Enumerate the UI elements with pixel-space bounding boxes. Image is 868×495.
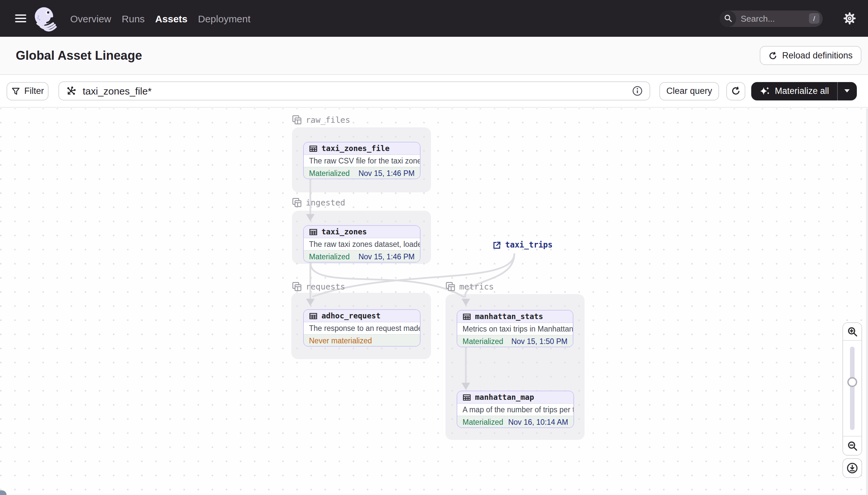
filter-button[interactable]: Filter	[6, 82, 49, 100]
refresh-button[interactable]	[727, 82, 746, 100]
external-asset-link-taxi_trips[interactable]: taxi_trips	[493, 240, 553, 250]
asset-status: Materialized	[309, 252, 350, 260]
asset-status: Materialized	[463, 418, 503, 426]
zoom-slider[interactable]	[843, 341, 862, 436]
asset-status-row: Materialized Nov 15, 1:46 PM	[304, 250, 420, 262]
table-icon	[309, 144, 318, 153]
table-icon	[463, 312, 471, 321]
asset-timestamp: Nov 15, 1:46 PM	[358, 252, 415, 260]
partial-element-corner	[0, 490, 6, 495]
group-name: raw_files	[306, 115, 350, 125]
asset-description: The raw CSV file for the taxi zones dat.…	[304, 155, 420, 167]
asset-name: manhattan_map	[475, 393, 534, 402]
sparkle-icon	[759, 85, 770, 97]
group-label-raw_files[interactable]: raw_files	[292, 115, 350, 125]
materialize-dropdown-button[interactable]	[837, 82, 856, 100]
settings-gear-icon[interactable]	[843, 11, 857, 25]
zoom-controls	[843, 322, 862, 456]
chevron-down-icon	[844, 89, 850, 93]
asset-status: Materialized	[463, 337, 503, 345]
page-header: Global Asset Lineage Reload definitions	[0, 37, 868, 75]
asset-status: Materialized	[309, 169, 350, 177]
group-layers-icon	[292, 115, 302, 125]
group-label-requests[interactable]: requests	[292, 281, 345, 291]
asset-timestamp: Nov 15, 1:46 PM	[358, 169, 415, 177]
lineage-edges	[0, 108, 868, 495]
group-name: ingested	[306, 198, 345, 207]
nav-item-assets[interactable]: Assets	[155, 13, 187, 24]
group-name: metrics	[459, 281, 494, 291]
materialize-all-button[interactable]: Materialize all	[751, 82, 856, 100]
search-input[interactable]	[736, 14, 809, 23]
group-layers-icon	[445, 281, 455, 291]
download-icon	[846, 462, 858, 474]
table-icon	[309, 311, 318, 320]
clear-query-button[interactable]: Clear query	[659, 82, 719, 100]
asset-node-manhattan_map[interactable]: manhattan_map A map of the number of tri…	[457, 391, 574, 428]
asset-status-row: Materialized Nov 15, 1:50 PM	[457, 335, 573, 347]
app-window: OverviewRunsAssetsDeployment /	[0, 0, 868, 495]
asset-node-header: manhattan_stats	[457, 310, 573, 323]
zoom-in-icon	[847, 326, 858, 337]
reload-definitions-button[interactable]: Reload definitions	[760, 46, 861, 65]
asset-node-adhoc_request[interactable]: adhoc_request The response to an request…	[303, 309, 421, 347]
asset-status-row: Materialized Nov 15, 1:46 PM	[304, 167, 420, 178]
asset-name: taxi_zones_file	[321, 144, 390, 153]
asset-node-taxi_zones[interactable]: taxi_zones The raw taxi zones dataset, l…	[303, 225, 421, 262]
asset-selection-input[interactable]	[81, 85, 627, 97]
asset-selection-icon	[66, 85, 77, 97]
group-label-metrics[interactable]: metrics	[445, 281, 494, 291]
search-bar[interactable]: /	[720, 10, 823, 27]
asset-name: taxi_zones	[321, 227, 367, 236]
asset-description: The raw taxi zones dataset, loaded int..…	[304, 238, 420, 250]
reload-definitions-label: Reload definitions	[782, 51, 853, 61]
search-shortcut-badge: /	[809, 13, 819, 24]
refresh-icon	[731, 86, 741, 96]
asset-status: Never materialized	[309, 337, 372, 344]
asset-timestamp: Nov 16, 10:14 AM	[508, 418, 568, 426]
info-icon[interactable]	[632, 85, 643, 97]
search-icon	[720, 10, 736, 27]
asset-status-row: Materialized Nov 16, 10:14 AM	[457, 415, 573, 427]
reload-icon	[768, 51, 777, 60]
group-label-ingested[interactable]: ingested	[292, 198, 345, 207]
group-layers-icon	[292, 198, 302, 207]
edge-taxi_zones-to-manhattan_stats	[310, 262, 464, 297]
asset-node-taxi_zones_file[interactable]: taxi_zones_file The raw CSV file for the…	[303, 142, 421, 179]
hamburger-menu-icon[interactable]	[15, 14, 26, 23]
asset-timestamp: Nov 15, 1:50 PM	[511, 337, 568, 345]
nav-item-deployment[interactable]: Deployment	[198, 13, 251, 24]
top-nav-bar: OverviewRunsAssetsDeployment /	[0, 0, 868, 37]
filter-label: Filter	[24, 86, 44, 96]
lineage-toolbar: Filter Clear query	[0, 75, 868, 108]
asset-description: Metrics on taxi trips in Manhattan	[457, 323, 573, 335]
nav-item-overview[interactable]: Overview	[70, 13, 111, 24]
asset-node-header: taxi_zones_file	[304, 142, 420, 155]
filter-funnel-icon	[11, 86, 20, 96]
asset-name: adhoc_request	[321, 311, 380, 320]
asset-description: The response to an request made in th...	[304, 322, 420, 334]
lineage-canvas[interactable]: raw_files ingested requests metrics	[0, 108, 868, 495]
table-icon	[463, 393, 471, 402]
asset-node-header: taxi_zones	[304, 226, 420, 238]
zoom-out-icon	[847, 440, 858, 451]
nav-item-runs[interactable]: Runs	[122, 13, 145, 24]
group-layers-icon	[292, 281, 302, 291]
asset-status-row: Never materialized	[304, 334, 420, 346]
external-asset-name: taxi_trips	[505, 240, 553, 250]
clear-query-label: Clear query	[666, 86, 712, 96]
zoom-slider-track[interactable]	[850, 347, 854, 430]
zoom-out-button[interactable]	[843, 436, 862, 455]
asset-node-header: adhoc_request	[304, 310, 420, 322]
dagster-logo-icon	[32, 5, 58, 32]
canvas-scrollbar[interactable]	[866, 108, 868, 495]
asset-description: A map of the number of trips per taxi z.…	[457, 404, 573, 415]
zoom-in-button[interactable]	[843, 323, 862, 341]
nav-links: OverviewRunsAssetsDeployment	[70, 13, 251, 24]
external-link-icon	[493, 241, 501, 249]
zoom-slider-thumb[interactable]	[847, 377, 857, 387]
asset-node-manhattan_stats[interactable]: manhattan_stats Metrics on taxi trips in…	[457, 310, 573, 347]
group-name: requests	[306, 281, 345, 291]
asset-selection-input-box[interactable]	[58, 81, 651, 100]
download-button[interactable]	[843, 458, 862, 478]
